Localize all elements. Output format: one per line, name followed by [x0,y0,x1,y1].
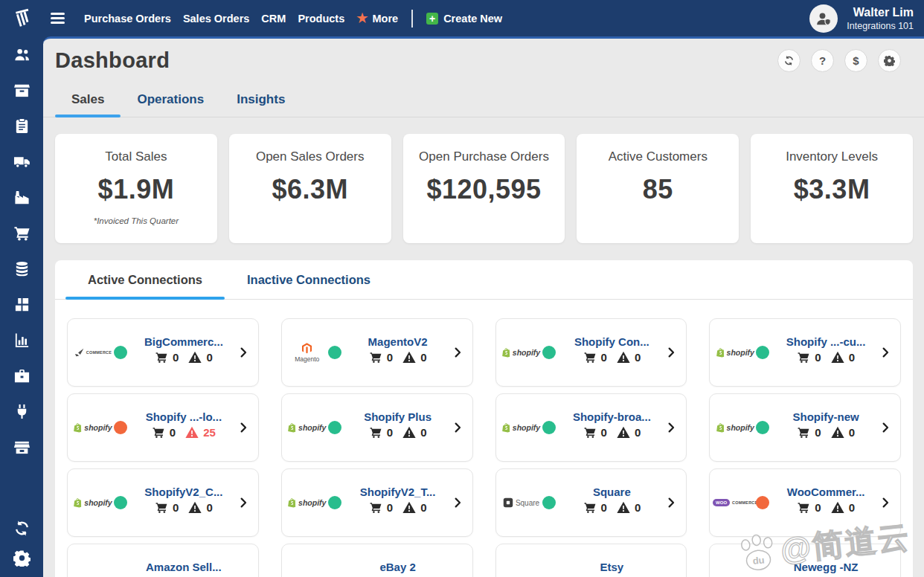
connection-title-link[interactable]: eBay 2 [379,561,415,573]
connection-title-link[interactable]: Shopify Con... [574,335,649,348]
connection-title-link[interactable]: Shopify Plus [364,410,431,423]
cart-count: 0 [815,426,821,439]
chevron-right-icon[interactable] [665,344,677,361]
connection-title-link[interactable]: ShopifyV2_T... [360,486,436,498]
cart-count: 0 [173,351,179,364]
currency-button[interactable]: $ [844,49,867,72]
sidebar-plug-icon[interactable] [13,403,31,420]
chevron-right-icon[interactable] [237,344,249,361]
chevron-right-icon[interactable] [452,344,463,361]
warning-icon [831,501,844,514]
sidebar-coins-icon[interactable] [13,260,31,277]
connection-title-link[interactable]: ShopifyV2_C... [144,486,222,498]
metric-cards-row: Total Sales $1.9M *Invoiced This Quarter… [55,134,913,243]
nav-crm[interactable]: CRM [261,13,286,25]
connection-counts: 0 0 [155,501,213,514]
sidebar-modules-icon[interactable] [13,296,31,313]
tab-inactive-connections[interactable]: Inactive Connections [225,260,393,299]
page-title: Dashboard [55,48,170,73]
tab-insights[interactable]: Insights [220,86,301,117]
sidebar-sync-icon[interactable] [13,520,31,537]
connection-counts: 0 0 [155,351,213,364]
avatar[interactable] [809,4,838,33]
chevron-right-icon[interactable] [237,419,249,436]
sidebar-package-icon[interactable] [13,82,31,99]
sidebar-truck-icon[interactable] [13,153,31,170]
metric-label: Total Sales [55,149,217,164]
user-menu[interactable]: Walter Lim Integrations 101 [809,4,914,33]
sidebar-bar-chart-icon[interactable] [13,332,31,349]
connection-card-amazon-sell[interactable]: Amazon Sell... [67,544,259,577]
main-content: Dashboard ? $ Sales Operations Insights … [43,36,924,577]
cart-icon [369,501,382,514]
nav-divider [411,10,413,28]
sidebar-users-icon[interactable] [13,46,31,63]
connection-title-link[interactable]: Etsy [600,561,624,573]
connection-logo: shopify [716,423,754,433]
connection-card-shopify-new[interactable]: shopify Shopify-new 0 0 [709,393,901,462]
connection-logo: shopify [716,348,754,358]
chevron-right-icon[interactable] [665,494,677,511]
sidebar-cart-icon[interactable] [13,225,31,242]
refresh-button[interactable] [777,49,801,72]
warning-count: 0 [206,351,212,364]
chevron-right-icon[interactable] [665,419,677,436]
tab-sales[interactable]: Sales [55,86,121,117]
create-new-button[interactable]: + Create New [426,13,502,25]
connection-title-link[interactable]: Shopify-broa... [573,410,651,423]
connection-card-shopify-plus[interactable]: shopify Shopify Plus 0 0 [281,393,473,462]
connection-title-link[interactable]: Shopify ...-cu... [786,335,866,348]
nav-purchase-orders[interactable]: Purchase Orders [84,13,171,25]
hamburger-menu-icon[interactable] [51,13,65,24]
status-dot-icon [542,346,556,359]
nav-sales-orders[interactable]: Sales Orders [183,13,249,25]
connection-title-link[interactable]: Newegg -NZ [794,561,859,573]
connection-title-link[interactable]: WooCommer... [787,486,865,498]
cart-icon [583,501,597,514]
connections-panel: Active Connections Inactive Connections … [55,260,913,577]
nav-more[interactable]: ★ More [356,12,398,25]
connection-logo: shopify [74,423,112,433]
connection-card-shopify-broa[interactable]: shopify Shopify-broa... 0 0 [495,393,687,462]
connection-title-link[interactable]: Shopify-new [793,410,859,423]
connection-card-shopify-con[interactable]: shopify Shopify Con... 0 0 [495,318,687,387]
sidebar-briefcase-icon[interactable] [13,367,31,384]
warning-count: 0 [420,351,426,364]
chevron-right-icon[interactable] [879,344,891,361]
chevron-right-icon[interactable] [452,494,463,511]
app-logo[interactable] [9,5,36,32]
connection-card-newegg-nz[interactable]: Newegg -NZ [709,544,901,577]
connection-card-square[interactable]: Square Square 0 0 [495,468,687,537]
chevron-right-icon[interactable] [879,419,891,436]
connection-card-ebay-2[interactable]: eBay 2 [281,544,473,577]
chevron-right-icon[interactable] [237,494,249,511]
warning-icon [188,501,202,514]
metric-value: $3.3M [751,174,913,205]
connection-card-etsy[interactable]: Etsy [495,544,687,577]
connection-card-shopify-cu[interactable]: shopify Shopify ...-cu... 0 0 [709,318,901,387]
tab-operations[interactable]: Operations [121,86,220,117]
connection-card-bigcommerc[interactable]: COMMERCE BigCommerc... 0 0 [67,318,259,387]
connection-title-link[interactable]: Square [593,486,631,498]
status-dot-icon [542,421,556,434]
connection-card-shopify-lo[interactable]: shopify Shopify ...-lo... 0 25 [67,393,259,462]
connection-title-link[interactable]: Amazon Sell... [146,561,222,573]
tab-active-connections[interactable]: Active Connections [65,260,225,299]
connection-title-link[interactable]: BigCommerc... [144,335,223,348]
sidebar-factory-icon[interactable] [13,189,31,206]
sidebar-storefront-icon[interactable] [13,439,31,456]
connection-card-shopifyv2-c[interactable]: shopify ShopifyV2_C... 0 0 [67,468,259,537]
nav-products[interactable]: Products [298,13,344,25]
chevron-right-icon[interactable] [879,494,891,511]
sidebar-gear-icon[interactable] [13,549,31,567]
connection-card-shopifyv2-t[interactable]: shopify ShopifyV2_T... 0 0 [281,468,473,537]
connection-card-woocommer[interactable]: WOOCOMMERCE WooCommer... 0 0 [709,468,901,537]
settings-button[interactable] [878,49,901,72]
sidebar-clipboard-icon[interactable] [13,117,31,135]
connection-title-link[interactable]: Shopify ...-lo... [146,410,222,423]
help-button[interactable]: ? [811,49,834,72]
chevron-right-icon[interactable] [452,419,463,436]
connection-title-link[interactable]: MagentoV2 [368,335,428,348]
cart-icon [797,426,810,439]
connection-card-magentov2[interactable]: Magento MagentoV2 0 0 [281,318,473,387]
